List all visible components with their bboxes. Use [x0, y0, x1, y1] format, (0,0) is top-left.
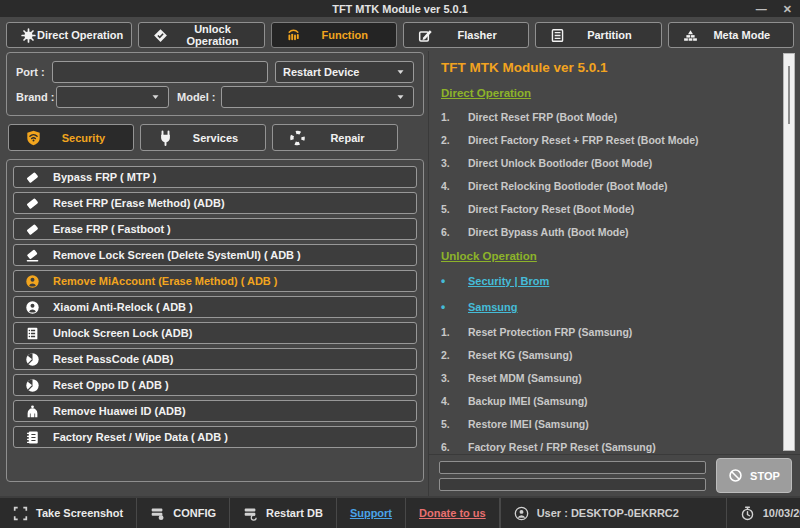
statusbar-take-screenshot-button[interactable]: Take Screenshot: [0, 498, 137, 528]
db-config-icon: [150, 506, 165, 521]
chevron-down-icon: [150, 92, 161, 102]
pie-icon: [25, 378, 40, 393]
prohibit-icon: [728, 468, 743, 483]
scrollbar-thumb[interactable]: [788, 66, 790, 124]
eraser-icon: [25, 170, 40, 185]
brand-select[interactable]: [56, 86, 169, 108]
close-icon[interactable]: ✕: [783, 4, 792, 14]
op-reset-frp-erase-method-adb[interactable]: Reset FRP (Erase Method) (ADB): [13, 192, 417, 214]
operation-list: Bypass FRP ( MTP ) Reset FRP (Erase Meth…: [6, 159, 424, 482]
chevron-down-icon: [395, 67, 406, 77]
progress-area: STOP: [429, 454, 800, 496]
main-area: Port : Restart Device Brand : Model :: [0, 51, 800, 496]
user-circle-icon: [25, 274, 40, 289]
console-item: 3. Direct Unlock Bootloder (Boot Mode): [441, 157, 772, 169]
tab-direct-operation[interactable]: Direct Operation: [6, 22, 132, 48]
console-item: 1. Reset Protection FRP (Samsung): [441, 326, 772, 338]
op-xiaomi-anti-relock-adb[interactable]: Xiaomi Anti-Relock ( ADB ): [13, 296, 417, 318]
stopwatch-icon: [740, 506, 755, 521]
model-label: Model :: [177, 91, 221, 103]
console-item: 4. Direct Relocking Bootloder (Boot Mode…: [441, 180, 772, 192]
statusbar-left: Take Screenshot CONFIG Restart DB Suppor…: [0, 498, 500, 528]
console-link-row: • Security | Brom: [441, 274, 772, 288]
statusbar-restart-db-button[interactable]: Restart DB: [230, 498, 337, 528]
titlebar: TFT MTK Module ver 5.0.1 — ✕: [0, 0, 800, 17]
eraser-icon: [25, 222, 40, 237]
log-console: TFT MTK Module ver 5.0.1Direct Operation…: [429, 51, 800, 454]
statusbar: Take Screenshot CONFIG Restart DB Suppor…: [0, 496, 800, 528]
console-scrollbar[interactable]: [783, 53, 795, 451]
chevron-down-icon: [395, 92, 406, 102]
console-heading-unlock-operation: Unlock Operation: [441, 250, 772, 262]
eraser-icon: [25, 196, 40, 211]
subtab-services[interactable]: Services: [140, 124, 266, 151]
stop-label: STOP: [750, 470, 780, 482]
console-link-samsung[interactable]: Samsung: [468, 301, 518, 313]
flasher-icon: [417, 28, 434, 43]
eraser-line-icon: [25, 248, 40, 263]
statusbar-support-link[interactable]: Support: [337, 498, 406, 528]
minimize-icon[interactable]: —: [756, 4, 767, 14]
gear-burst-icon: [20, 28, 37, 43]
tab-function[interactable]: Function: [271, 22, 397, 48]
statusbar-donate-to-us-link[interactable]: Donate to us: [406, 498, 500, 528]
port-label: Port :: [16, 66, 52, 78]
console-item: 1. Direct Reset FRP (Boot Mode): [441, 111, 772, 123]
plug-icon: [157, 130, 174, 146]
subtab-repair[interactable]: Repair: [272, 124, 398, 151]
bullet-icon: •: [441, 300, 468, 314]
brand-label: Brand :: [16, 91, 56, 103]
port-input[interactable]: [52, 61, 268, 83]
partition-icon: [549, 28, 566, 43]
window-title: TFT MTK Module ver 5.0.1: [332, 3, 468, 15]
notebook-icon: [25, 430, 40, 445]
user-icon: [514, 506, 529, 521]
console-item: 4. Backup IMEI (Samsung): [441, 395, 772, 407]
console-item: 2. Direct Factory Reset + FRP Reset (Boo…: [441, 134, 772, 146]
console-heading-direct-operation: Direct Operation: [441, 87, 772, 99]
op-bypass-frp-mtp[interactable]: Bypass FRP ( MTP ): [13, 166, 417, 188]
op-unlock-screen-lock-adb[interactable]: Unlock Screen Lock (ADB): [13, 322, 417, 344]
pie-icon: [25, 352, 40, 367]
device-panel: Port : Restart Device Brand : Model :: [6, 52, 424, 116]
op-reset-passcode-adb[interactable]: Reset PassCode (ADB): [13, 348, 417, 370]
console-link-row: • Samsung: [441, 300, 772, 314]
list-icon: [25, 326, 40, 341]
tab-unlock-operation[interactable]: Unlock Operation: [138, 22, 264, 48]
tab-partition[interactable]: Partition: [535, 22, 661, 48]
db-restart-icon: [243, 506, 258, 521]
op-remove-miaccount-erase-method-adb[interactable]: Remove MiAccount (Erase Method) ( ADB ): [13, 270, 417, 292]
subtab-security[interactable]: Security: [8, 124, 134, 151]
tab-flasher[interactable]: Flasher: [403, 22, 529, 48]
clock-indicator: 10/03/2022 9:00:24 pm: [727, 498, 800, 528]
person-hat-icon: [25, 404, 40, 419]
console-item: 2. Reset KG (Samsung): [441, 349, 772, 361]
tab-meta-mode[interactable]: Meta Mode: [668, 22, 794, 48]
console-item: 5. Restore IMEI (Samsung): [441, 418, 772, 430]
shield-icon: [25, 130, 42, 146]
left-panel: Port : Restart Device Brand : Model :: [0, 51, 428, 496]
op-erase-frp-fastboot[interactable]: Erase FRP ( Fastboot ): [13, 218, 417, 240]
op-remove-huawei-id-adb[interactable]: Remove Huawei ID (ADB): [13, 400, 417, 422]
console-body: TFT MTK Module ver 5.0.1Direct Operation…: [429, 51, 800, 454]
op-remove-lock-screen-delete-systemui-adb[interactable]: Remove Lock Screen (Delete SystemUI) ( A…: [13, 244, 417, 266]
console-item: 3. Reset MDM (Samsung): [441, 372, 772, 384]
console-item: 5. Direct Factory Reset (Boot Mode): [441, 203, 772, 215]
sub-tab-row: Security Services Repair: [6, 116, 424, 156]
statusbar-config-button[interactable]: CONFIG: [137, 498, 230, 528]
console-link-security-brom[interactable]: Security | Brom: [468, 275, 549, 287]
op-factory-reset-wipe-data-adb[interactable]: Factory Reset / Wipe Data ( ADB ): [13, 426, 417, 448]
op-reset-oppo-id-adb[interactable]: Reset Oppo ID ( ADB ): [13, 374, 417, 396]
progress-bar-1: [439, 461, 706, 474]
action-select[interactable]: Restart Device: [275, 61, 414, 83]
top-tab-row: Direct Operation Unlock Operation Functi…: [0, 17, 800, 51]
user-circle-icon: [25, 300, 40, 315]
console-title: TFT MTK Module ver 5.0.1: [441, 60, 772, 75]
progress-bar-2: [439, 478, 706, 491]
stop-button[interactable]: STOP: [716, 458, 792, 493]
console-item: 6. Direct Bypass Auth (Boot Mode): [441, 226, 772, 238]
console-item: 6. Factory Reset / FRP Reset (Samsung): [441, 441, 772, 453]
right-panel: TFT MTK Module ver 5.0.1Direct Operation…: [428, 51, 800, 496]
model-select[interactable]: [221, 86, 414, 108]
user-indicator: User : DESKTOP-0EKRRC2: [501, 498, 727, 528]
